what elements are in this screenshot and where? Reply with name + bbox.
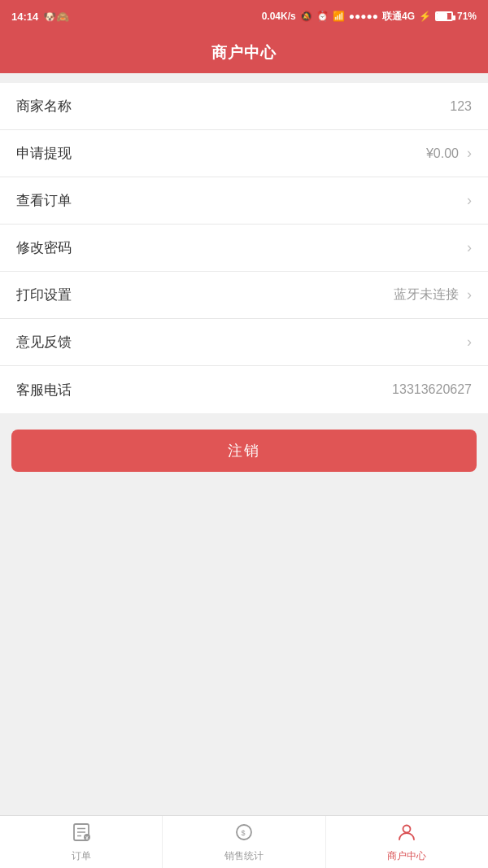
network-speed: 0.04K/s	[262, 11, 296, 22]
time: 14:14	[11, 11, 38, 23]
merchant-name-label: 商家名称	[16, 97, 72, 116]
print-settings-label: 打印设置	[16, 286, 72, 304]
withdraw-item[interactable]: 申请提现 ¥0.00 ›	[0, 130, 488, 177]
tab-sales-stats-label: 销售统计	[224, 849, 264, 863]
tab-merchant-center[interactable]: 商户中心	[326, 816, 488, 868]
change-password-chevron: ›	[467, 239, 472, 256]
svg-text:$: $	[241, 829, 245, 837]
view-orders-label: 查看订单	[16, 191, 72, 210]
tab-merchant-center-label: 商户中心	[387, 849, 426, 863]
change-password-item[interactable]: 修改密码 ›	[0, 225, 488, 272]
merchant-name-value: 123	[450, 99, 472, 114]
customer-service-right: 13313620627	[392, 382, 472, 397]
page-header: 商户中心	[0, 33, 488, 73]
change-password-label: 修改密码	[16, 238, 72, 257]
feedback-chevron: ›	[467, 334, 472, 351]
sales-stats-icon: $	[233, 822, 255, 846]
withdraw-label: 申请提现	[16, 144, 72, 163]
feedback-label: 意见反馈	[16, 333, 72, 351]
page-title: 商户中心	[211, 42, 277, 63]
lightning-icon: ⚡	[419, 11, 431, 22]
feedback-right: ›	[464, 334, 472, 351]
status-bar: 14:14 🐶🙈 0.04K/s 🔕 ⏰ 📶 ●●●●● 联通4G ⚡ 71%	[0, 0, 488, 33]
merchant-name-item: 商家名称 123	[0, 83, 488, 130]
carrier: 联通4G	[382, 10, 415, 24]
no-sound-icon: 🔕	[300, 11, 312, 22]
tab-bar: ¥ 订单 $ 销售统计 商户中心	[0, 815, 488, 868]
battery-indicator	[435, 11, 453, 21]
view-orders-item[interactable]: 查看订单 ›	[0, 177, 488, 225]
wifi-icon: 📶	[333, 11, 345, 22]
emoji-icons: 🐶🙈	[43, 11, 69, 23]
menu-section: 商家名称 123 申请提现 ¥0.00 › 查看订单 › 修改密码 ›	[0, 83, 488, 413]
withdraw-chevron: ›	[467, 145, 472, 162]
orders-icon: ¥	[71, 822, 92, 846]
svg-point-8	[403, 825, 411, 832]
feedback-item[interactable]: 意见反馈 ›	[0, 319, 488, 366]
status-right: 0.04K/s 🔕 ⏰ 📶 ●●●●● 联通4G ⚡ 71%	[262, 10, 477, 24]
merchant-name-right: 123	[450, 99, 472, 114]
tab-orders-label: 订单	[72, 849, 91, 863]
tab-sales-stats[interactable]: $ 销售统计	[163, 816, 325, 868]
view-orders-right: ›	[464, 192, 472, 209]
change-password-right: ›	[464, 239, 472, 256]
print-settings-right: 蓝牙未连接 ›	[394, 286, 472, 303]
status-left: 14:14 🐶🙈	[11, 11, 69, 23]
customer-service-item: 客服电话 13313620627	[0, 366, 488, 413]
signal-dots: ●●●●●	[349, 11, 378, 22]
battery-percent: 71%	[457, 11, 477, 22]
view-orders-chevron: ›	[467, 192, 472, 209]
withdraw-value: ¥0.00	[426, 146, 459, 161]
customer-service-phone: 13313620627	[392, 382, 472, 397]
alarm-icon: ⏰	[316, 11, 329, 22]
print-settings-item[interactable]: 打印设置 蓝牙未连接 ›	[0, 272, 488, 319]
withdraw-right: ¥0.00 ›	[426, 145, 472, 162]
merchant-center-icon	[396, 822, 417, 846]
print-status-value: 蓝牙未连接	[394, 286, 459, 303]
logout-button[interactable]: 注销	[11, 430, 477, 472]
content-area: 商家名称 123 申请提现 ¥0.00 › 查看订单 › 修改密码 ›	[0, 73, 488, 815]
tab-orders[interactable]: ¥ 订单	[0, 816, 163, 868]
print-settings-chevron: ›	[467, 286, 472, 303]
customer-service-label: 客服电话	[16, 381, 72, 399]
logout-section: 注销	[0, 413, 488, 488]
